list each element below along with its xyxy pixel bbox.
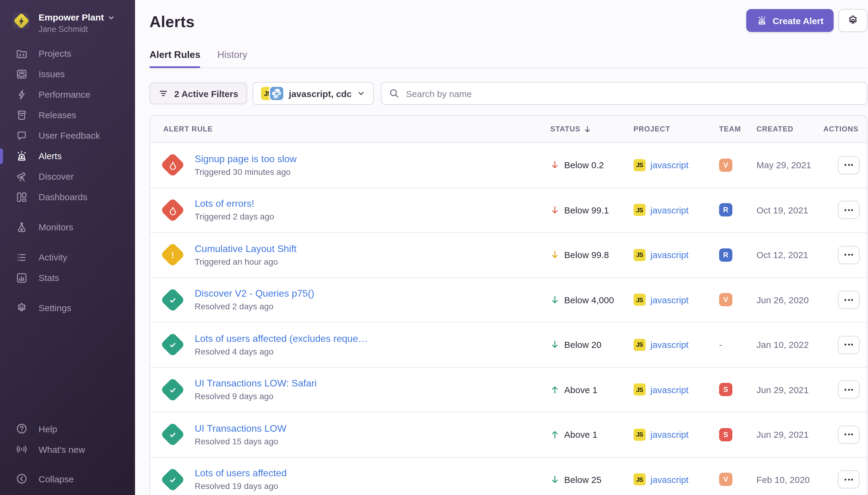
alert-rule-link[interactable]: Lots of users affected bbox=[195, 468, 287, 479]
sidebar-item-label: Stats bbox=[39, 273, 59, 283]
project-link[interactable]: javascript bbox=[650, 475, 689, 485]
status-label: Below 25 bbox=[564, 475, 601, 485]
sidebar-item-monitors[interactable]: Monitors bbox=[0, 217, 135, 237]
alert-rule-subtitle: Resolved 9 days ago bbox=[195, 392, 317, 401]
sidebar-item-projects[interactable]: Projects bbox=[0, 43, 135, 64]
stats-icon bbox=[16, 272, 28, 284]
sidebar-item-settings[interactable]: Settings bbox=[0, 297, 135, 318]
sidebar-item-collapse[interactable]: Collapse bbox=[0, 468, 135, 489]
alert-rule-link[interactable]: UI Transactions LOW: Safari bbox=[195, 378, 317, 389]
active-filters-button[interactable]: 2 Active Filters bbox=[150, 83, 247, 104]
footer-group: Collapse bbox=[0, 468, 135, 489]
column-header-alert-rule: Alert Rule bbox=[150, 125, 550, 133]
sidebar-item-alerts[interactable]: Alerts bbox=[0, 146, 135, 166]
search-input[interactable] bbox=[382, 82, 867, 105]
created-date: Oct 12, 2021 bbox=[757, 250, 823, 260]
check-icon bbox=[168, 475, 177, 484]
sidebar-item-label: Discover bbox=[39, 171, 74, 182]
status-cell: Below 99.1 bbox=[550, 205, 633, 215]
sidebar-item-whats-new[interactable]: What's new bbox=[0, 439, 135, 459]
project-link[interactable]: javascript bbox=[650, 340, 689, 350]
table-row: UI Transactions LOW: Safari Resolved 9 d… bbox=[150, 368, 867, 412]
sidebar-item-dashboards[interactable]: Dashboards bbox=[0, 187, 135, 207]
created-date: May 29, 2021 bbox=[757, 160, 823, 170]
sidebar-item-label: Releases bbox=[39, 110, 76, 120]
project-selector[interactable]: JS javascript, cdc bbox=[253, 82, 374, 105]
table-row: Lots of errors! Triggered 2 days ago Bel… bbox=[150, 188, 867, 233]
user-name: Jane Schmidt bbox=[39, 25, 116, 35]
alert-rule-link[interactable]: Cumulative Layout Shift bbox=[195, 243, 297, 254]
org-switcher[interactable]: Empower Plant Jane Schmidt bbox=[0, 0, 135, 35]
sidebar-item-releases[interactable]: Releases bbox=[0, 105, 135, 125]
table-header: Alert Rule Status Project Team Created A… bbox=[150, 116, 867, 143]
row-actions-button[interactable] bbox=[838, 471, 860, 489]
tab-bar: Alert Rules History bbox=[150, 49, 867, 68]
sidebar-item-issues[interactable]: Issues bbox=[0, 64, 135, 84]
status-cell: Below 0.2 bbox=[550, 160, 633, 170]
alert-rule-link[interactable]: UI Transactions LOW bbox=[195, 423, 286, 434]
project-link[interactable]: javascript bbox=[650, 160, 689, 170]
releases-icon bbox=[16, 109, 28, 121]
chevron-down-icon bbox=[108, 14, 116, 22]
settings-gear-button[interactable] bbox=[838, 9, 867, 32]
discover-icon bbox=[16, 170, 28, 182]
row-actions-button[interactable] bbox=[838, 291, 860, 309]
filter-row: 2 Active Filters JS javascript, cdc bbox=[150, 82, 867, 105]
alert-rule-link[interactable]: Signup page is too slow bbox=[195, 154, 297, 165]
arrow-down-icon bbox=[550, 340, 559, 349]
project-link[interactable]: javascript bbox=[650, 250, 689, 260]
alert-rule-link[interactable]: Lots of users affected (excludes reque… bbox=[195, 334, 368, 344]
row-actions-button[interactable] bbox=[838, 336, 860, 354]
status-cell: Below 25 bbox=[550, 475, 633, 485]
sidebar-item-user-feedback[interactable]: User Feedback bbox=[0, 125, 135, 146]
arrow-down-icon bbox=[550, 475, 559, 484]
row-actions-button[interactable] bbox=[838, 156, 860, 174]
row-actions-button[interactable] bbox=[838, 426, 860, 444]
status-label: Below 99.1 bbox=[564, 205, 609, 215]
row-actions-button[interactable] bbox=[838, 381, 860, 399]
sidebar-item-help[interactable]: Help bbox=[0, 419, 135, 439]
project-link[interactable]: javascript bbox=[650, 385, 689, 395]
alert-rule-subtitle: Resolved 2 days ago bbox=[195, 302, 314, 311]
create-alert-button[interactable]: Create Alert bbox=[746, 9, 834, 32]
alert-status-icon bbox=[159, 377, 186, 403]
sidebar-item-label: Monitors bbox=[39, 222, 73, 232]
gear-icon bbox=[847, 15, 859, 27]
javascript-platform-icon: JS bbox=[633, 429, 646, 441]
row-actions-button[interactable] bbox=[838, 246, 860, 264]
page-title: Alerts bbox=[150, 13, 195, 31]
sidebar-item-performance[interactable]: Performance bbox=[0, 84, 135, 105]
javascript-platform-icon: JS bbox=[633, 474, 646, 486]
row-actions-button[interactable] bbox=[838, 201, 860, 219]
team-cell: V bbox=[719, 293, 757, 307]
table-body: Signup page is too slow Triggered 30 min… bbox=[150, 143, 867, 495]
alert-rule-link[interactable]: Discover V2 - Queries p75() bbox=[195, 289, 314, 300]
column-header-status[interactable]: Status bbox=[550, 125, 633, 133]
table-row: Lots of users affected Resolved 19 days … bbox=[150, 457, 867, 495]
project-cell: JS javascript bbox=[633, 339, 719, 351]
sidebar-item-stats[interactable]: Stats bbox=[0, 268, 135, 288]
team-cell: V bbox=[719, 158, 757, 172]
sidebar-item-label: Alerts bbox=[39, 151, 62, 161]
project-link[interactable]: javascript bbox=[650, 205, 689, 215]
created-date: Feb 10, 2020 bbox=[757, 475, 823, 485]
table-row: Lots of users affected (excludes reque… … bbox=[150, 323, 867, 368]
arrow-down-icon bbox=[550, 251, 559, 259]
check-icon bbox=[168, 295, 177, 305]
sidebar-item-activity[interactable]: Activity bbox=[0, 247, 135, 268]
alert-rule-subtitle: Triggered 2 days ago bbox=[195, 212, 274, 222]
tab-history[interactable]: History bbox=[217, 49, 247, 68]
sidebar-item-discover[interactable]: Discover bbox=[0, 166, 135, 187]
project-cell: JS javascript bbox=[633, 249, 719, 261]
alert-rule-subtitle: Triggered an hour ago bbox=[195, 257, 297, 267]
settings-icon bbox=[16, 302, 28, 314]
sort-arrow-down-icon bbox=[584, 125, 591, 133]
project-link[interactable]: javascript bbox=[650, 430, 689, 440]
team-avatar: V bbox=[719, 293, 732, 307]
chevron-down-icon bbox=[357, 89, 366, 98]
arrow-down-icon bbox=[550, 206, 559, 215]
tab-alert-rules[interactable]: Alert Rules bbox=[150, 49, 201, 68]
sidebar-item-label: Activity bbox=[39, 252, 67, 262]
alert-rule-link[interactable]: Lots of errors! bbox=[195, 199, 274, 209]
project-link[interactable]: javascript bbox=[650, 295, 689, 305]
